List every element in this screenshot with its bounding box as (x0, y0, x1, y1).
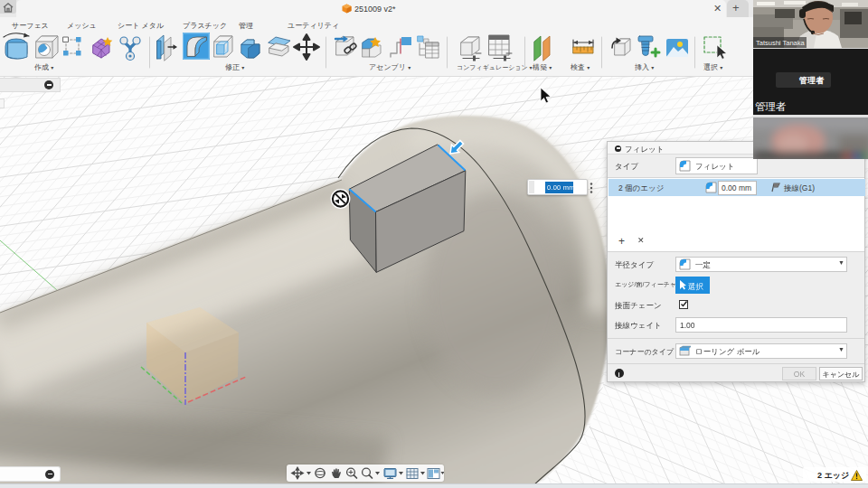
svg-text:Tatsushi Tanaka: Tatsushi Tanaka (756, 39, 805, 47)
